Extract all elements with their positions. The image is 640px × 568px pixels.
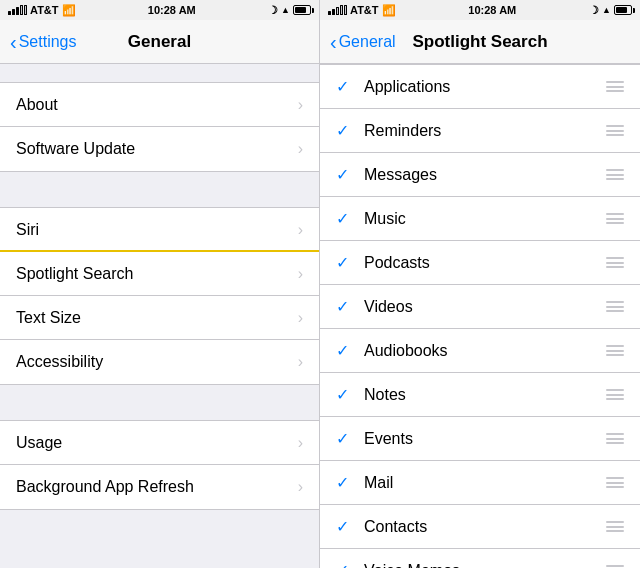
right-carrier: AT&T	[350, 4, 379, 16]
spotlight-search-chevron: ›	[298, 265, 303, 283]
hamburger-line	[606, 213, 624, 215]
right-list-item[interactable]: ✓Messages	[320, 153, 640, 197]
list-item-spotlight-search[interactable]: Spotlight Search ›	[0, 252, 319, 296]
hamburger-line	[606, 521, 624, 523]
right-item-label: Notes	[364, 386, 606, 404]
right-list-item[interactable]: ✓Videos	[320, 285, 640, 329]
accessibility-chevron: ›	[298, 353, 303, 371]
left-gap-1	[0, 64, 319, 82]
list-item-usage[interactable]: Usage ›	[0, 421, 319, 465]
hamburger-line	[606, 222, 624, 224]
hamburger-line	[606, 345, 624, 347]
hamburger-line	[606, 389, 624, 391]
wifi-icon: 📶	[62, 4, 76, 17]
reorder-handle[interactable]	[606, 257, 624, 268]
checkmark-icon: ✓	[336, 473, 356, 492]
right-item-label: Videos	[364, 298, 606, 316]
right-list-item[interactable]: ✓Notes	[320, 373, 640, 417]
left-carrier: AT&T	[30, 4, 59, 16]
reorder-handle[interactable]	[606, 213, 624, 224]
hamburger-line	[606, 134, 624, 136]
background-app-refresh-label: Background App Refresh	[16, 478, 298, 496]
hamburger-line	[606, 90, 624, 92]
right-signal-bars	[328, 5, 347, 15]
left-back-label: Settings	[19, 33, 77, 51]
software-update-chevron: ›	[298, 140, 303, 158]
right-item-label: Voice Memos	[364, 562, 606, 569]
right-list-item[interactable]: ✓Podcasts	[320, 241, 640, 285]
background-app-refresh-chevron: ›	[298, 478, 303, 496]
right-status-bar: AT&T 📶 10:28 AM ☽ ▲	[320, 0, 640, 20]
siri-chevron: ›	[298, 221, 303, 239]
about-label: About	[16, 96, 298, 114]
right-nav-bar: ‹ General Spotlight Search	[320, 20, 640, 64]
right-back-button[interactable]: ‹ General	[330, 32, 396, 52]
checkmark-icon: ✓	[336, 297, 356, 316]
left-group-1: About › Software Update ›	[0, 82, 319, 172]
hamburger-line	[606, 130, 624, 132]
moon-icon: ☽	[268, 4, 278, 17]
battery-icon	[293, 5, 311, 15]
hamburger-line	[606, 306, 624, 308]
list-item-accessibility[interactable]: Accessibility ›	[0, 340, 319, 384]
right-item-label: Music	[364, 210, 606, 228]
list-item-software-update[interactable]: Software Update ›	[0, 127, 319, 171]
right-panel: AT&T 📶 10:28 AM ☽ ▲ ‹ General Spotlight …	[320, 0, 640, 568]
hamburger-line	[606, 350, 624, 352]
checkmark-icon: ✓	[336, 429, 356, 448]
accessibility-label: Accessibility	[16, 353, 298, 371]
right-list-item[interactable]: ✓Voice Memos	[320, 549, 640, 568]
hamburger-line	[606, 354, 624, 356]
right-status-right: ☽ ▲	[589, 4, 632, 17]
right-list-item[interactable]: ✓Contacts	[320, 505, 640, 549]
reorder-handle[interactable]	[606, 125, 624, 136]
right-list-item[interactable]: ✓Audiobooks	[320, 329, 640, 373]
reorder-handle[interactable]	[606, 169, 624, 180]
hamburger-line	[606, 438, 624, 440]
about-chevron: ›	[298, 96, 303, 114]
right-nav-wrapper: ‹ General Spotlight Search	[330, 32, 630, 52]
right-wifi-icon: 📶	[382, 4, 396, 17]
list-item-background-app-refresh[interactable]: Background App Refresh ›	[0, 465, 319, 509]
checkmark-icon: ✓	[336, 517, 356, 536]
right-item-label: Reminders	[364, 122, 606, 140]
list-item-siri[interactable]: Siri ›	[0, 208, 319, 252]
reorder-handle[interactable]	[606, 433, 624, 444]
checkmark-icon: ✓	[336, 209, 356, 228]
hamburger-line	[606, 262, 624, 264]
right-list-item[interactable]: ✓Events	[320, 417, 640, 461]
reorder-handle[interactable]	[606, 477, 624, 488]
left-back-button[interactable]: ‹ Settings	[10, 32, 76, 52]
right-list-item[interactable]: ✓Music	[320, 197, 640, 241]
hamburger-line	[606, 565, 624, 567]
reorder-handle[interactable]	[606, 389, 624, 400]
right-list-item[interactable]: ✓Mail	[320, 461, 640, 505]
right-status-left: AT&T 📶	[328, 4, 396, 17]
reorder-handle[interactable]	[606, 81, 624, 92]
right-item-label: Audiobooks	[364, 342, 606, 360]
checkmark-icon: ✓	[336, 77, 356, 96]
right-list: ✓Applications✓Reminders✓Messages✓Music✓P…	[320, 64, 640, 568]
right-item-label: Podcasts	[364, 254, 606, 272]
siri-label: Siri	[16, 221, 298, 239]
usage-chevron: ›	[298, 434, 303, 452]
right-time: 10:28 AM	[468, 4, 516, 16]
right-moon-icon: ☽	[589, 4, 599, 17]
right-battery-icon	[614, 5, 632, 15]
list-item-text-size[interactable]: Text Size ›	[0, 296, 319, 340]
reorder-handle[interactable]	[606, 301, 624, 312]
checkmark-icon: ✓	[336, 385, 356, 404]
left-panel: AT&T 📶 10:28 AM ☽ ▲ ‹ Settings General A…	[0, 0, 320, 568]
right-back-label: General	[339, 33, 396, 51]
hamburger-line	[606, 526, 624, 528]
right-list-item[interactable]: ✓Applications	[320, 65, 640, 109]
left-back-chevron: ‹	[10, 32, 17, 52]
checkmark-icon: ✓	[336, 561, 356, 568]
hamburger-line	[606, 178, 624, 180]
reorder-handle[interactable]	[606, 345, 624, 356]
right-item-label: Applications	[364, 78, 606, 96]
reorder-handle[interactable]	[606, 521, 624, 532]
list-item-about[interactable]: About ›	[0, 83, 319, 127]
right-list-item[interactable]: ✓Reminders	[320, 109, 640, 153]
left-gap-3	[0, 385, 319, 420]
